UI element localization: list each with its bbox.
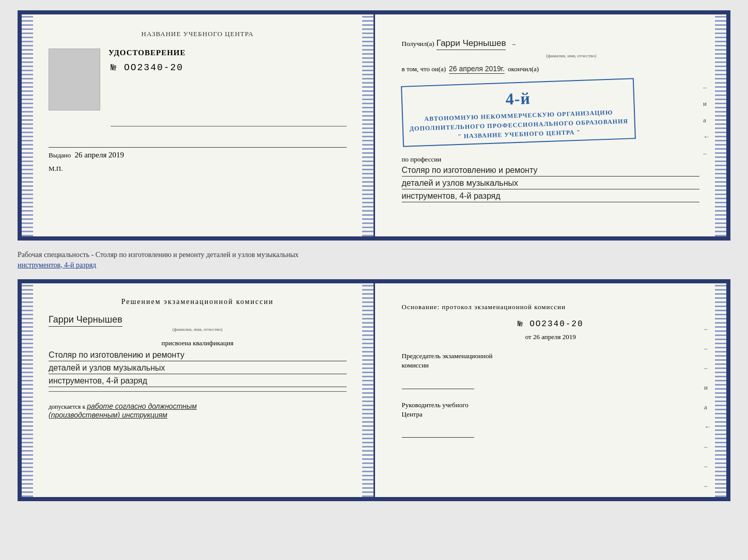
- protocol-number: № OO2340-20: [402, 319, 700, 329]
- separator-text2: инструментов, 4-й разряд: [18, 261, 96, 269]
- stamp: 4-й АВТОНОМНУЮ НЕКОММЕРЧЕСКУЮ ОРГАНИЗАЦИ…: [401, 78, 636, 147]
- udost-info: УДОСТОВЕРЕНИЕ № OO2340-20: [108, 49, 186, 88]
- osnovanie-label: Основание: протокол экзаменационной коми…: [402, 303, 700, 311]
- stamp-4y: 4-й: [505, 86, 531, 111]
- rukovoditel-block: Руководитель учебного Центра: [402, 401, 700, 440]
- stamp-line3: " НАЗВАНИЕ УЧЕБНОГО ЦЕНТРА ": [457, 129, 580, 140]
- right-decorative-strip-right-page: [715, 14, 726, 236]
- br-arrow: ←: [704, 423, 711, 431]
- fio-subtitle-top: (фамилия, имя, отчество): [443, 53, 700, 58]
- annot-arrow: ←: [703, 133, 710, 141]
- bottom-right-page: Основание: протокол экзаменационной коми…: [375, 283, 727, 497]
- bottom-profession1: Столяр по изготовлению и ремонту: [49, 350, 347, 361]
- learning-center-title: НАЗВАНИЕ УЧЕБНОГО ЦЕНТРА: [49, 30, 347, 38]
- bottom-left-page: Решением экзаменационной комиссии Гарри …: [22, 283, 375, 497]
- br-a: а: [704, 403, 711, 411]
- vtom-label: в том, что он(а): [402, 65, 446, 73]
- bottom-right-strip-right: [715, 283, 726, 497]
- udost-number: № OO2340-20: [108, 62, 186, 73]
- poluchil-line: Получил(а) Гарри Чернышев –: [402, 38, 700, 50]
- predsedatel-block: Председатель экзаменационной комиссии: [402, 351, 700, 391]
- bottom-right-strip-left: [362, 283, 373, 497]
- dopuskaetsya-block: допускается к работе согласно должностны…: [49, 402, 347, 420]
- udost-title: УДОСТОВЕРЕНИЕ: [108, 49, 186, 57]
- vydano-date: 26 апреля 2019: [75, 151, 124, 159]
- profession-line2: деталей и узлов музыкальных: [402, 179, 700, 189]
- profession-line1: Столяр по изготовлению и ремонту: [402, 166, 700, 177]
- bottom-profession3: инструментов, 4-й разряд: [49, 376, 347, 387]
- side-annotations-top: – и а ← –: [703, 83, 710, 157]
- ot-date-value: 26 апреля 2019: [533, 333, 576, 341]
- stamp-area: 4-й АВТОНОМНУЮ НЕКОММЕРЧЕСКУЮ ОРГАНИЗАЦИ…: [402, 78, 700, 147]
- poluchil-label: Получил(а): [402, 40, 434, 48]
- left-decorative-strip: [22, 14, 33, 236]
- udost-block: УДОСТОВЕРЕНИЕ № OO2340-20: [49, 49, 347, 110]
- br-dash4: –: [704, 442, 711, 451]
- vtom-line: в том, что он(а) 26 апреля 2019г. окончи…: [402, 65, 700, 74]
- recipient-name: Гарри Чернышев: [437, 38, 506, 50]
- rukovoditel-sig-line: [402, 437, 474, 438]
- br-dash5: –: [704, 462, 711, 470]
- ot-label: от: [525, 333, 532, 341]
- dopusk-text2: (производственным) инструкциям: [49, 411, 167, 419]
- vydano-label: Выдано: [49, 151, 71, 159]
- profession-line3: инструментов, 4-й разряд: [402, 191, 700, 202]
- br-i: и: [704, 383, 711, 392]
- annot-i: и: [703, 100, 710, 108]
- bottom-name: Гарри Чернышев: [49, 314, 122, 327]
- dopuskaetsya-label: допускается к: [49, 403, 85, 410]
- bottom-left-strip: [22, 283, 33, 497]
- br-dash6: –: [704, 482, 711, 490]
- dash1: –: [512, 40, 516, 48]
- photo-area: [49, 49, 100, 110]
- predsedatel-title: Председатель экзаменационной комиссии: [402, 351, 700, 370]
- top-left-page: НАЗВАНИЕ УЧЕБНОГО ЦЕНТРА УДОСТОВЕРЕНИЕ №…: [22, 14, 375, 236]
- bottom-right-annotations: – – – и а ← – – –: [704, 325, 711, 490]
- bottom-left-content: Решением экзаменационной комиссии Гарри …: [49, 298, 347, 420]
- separator-text1: Рабочая специальность - Столяр по изгото…: [18, 251, 299, 259]
- bottom-right-content: Основание: протокол экзаменационной коми…: [402, 298, 700, 454]
- top-right-page: Получил(а) Гарри Чернышев – (фамилия, им…: [375, 14, 727, 236]
- br-dash2: –: [704, 344, 711, 353]
- top-right-content: Получил(а) Гарри Чернышев – (фамилия, им…: [402, 30, 700, 213]
- po-professii-label: по профессии: [402, 155, 700, 164]
- okonchil-label: окончил(а): [508, 65, 539, 73]
- prisvoena-label: присвоена квалификация: [49, 339, 347, 347]
- bottom-name-block: Гарри Чернышев (фамилия, имя, отчество): [49, 314, 347, 332]
- vydano-line: Выдано 26 апреля 2019: [49, 147, 347, 159]
- br-dash3: –: [704, 364, 711, 372]
- annot-dash2: –: [703, 149, 710, 157]
- top-document: НАЗВАНИЕ УЧЕБНОГО ЦЕНТРА УДОСТОВЕРЕНИЕ №…: [18, 10, 730, 241]
- annot-a: а: [703, 116, 710, 124]
- ot-date: от 26 апреля 2019: [402, 333, 700, 341]
- br-dash1: –: [704, 325, 711, 333]
- annot-dash1: –: [703, 83, 710, 91]
- bottom-fio-label: (фамилия, имя, отчество): [49, 327, 347, 332]
- separator-label: Рабочая специальность - Столяр по изгото…: [18, 250, 730, 270]
- bottom-profession2: деталей и узлов музыкальных: [49, 363, 347, 374]
- dopusk-text1: работе согласно должностным: [87, 402, 197, 410]
- predsedatel-sig-line: [402, 389, 474, 389]
- bottom-document: Решением экзаменационной комиссии Гарри …: [18, 279, 730, 501]
- vtom-date: 26 апреля 2019г.: [449, 65, 505, 74]
- rukovoditel-title: Руководитель учебного Центра: [402, 401, 700, 419]
- right-decorative-strip-left-page: [362, 14, 373, 236]
- top-left-content: НАЗВАНИЕ УЧЕБНОГО ЦЕНТРА УДОСТОВЕРЕНИЕ №…: [49, 30, 347, 173]
- mp-line: М.П.: [49, 165, 347, 173]
- resheniem-title: Решением экзаменационной комиссии: [49, 298, 347, 306]
